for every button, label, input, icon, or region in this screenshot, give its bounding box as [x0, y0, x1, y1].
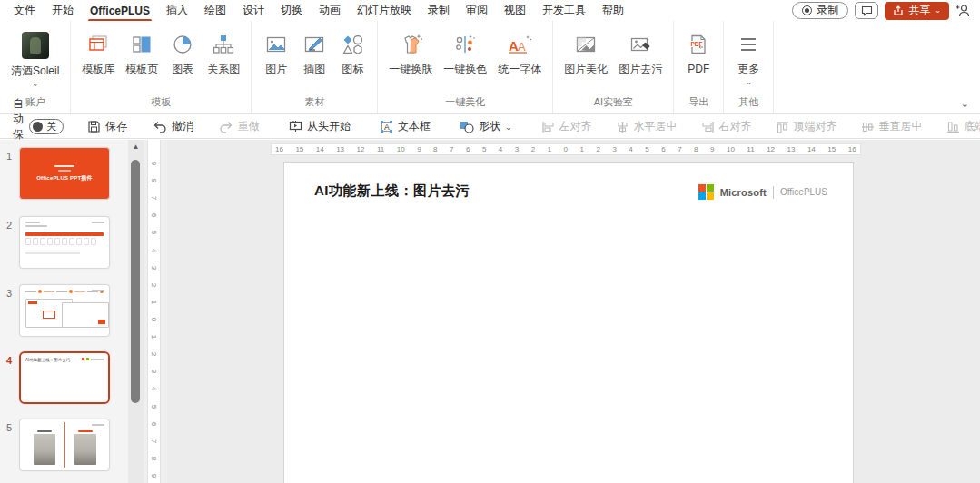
- ruler-tick-label: 4: [629, 146, 632, 153]
- slide-row-2: 2: [0, 216, 128, 284]
- icons-icon: [340, 32, 365, 57]
- menu-animations[interactable]: 动画: [311, 0, 349, 22]
- thumb-title: OfficePLUS PPT插件: [36, 174, 93, 182]
- thumbnail-scrollbar[interactable]: ▲: [128, 140, 144, 483]
- scroll-up-icon[interactable]: ▲: [128, 143, 144, 151]
- ruler-tick-label: 8: [433, 146, 437, 153]
- menu-slideshow[interactable]: 幻灯片放映: [349, 0, 420, 22]
- align-bottom-button[interactable]: 底端对齐: [939, 116, 980, 137]
- slide-thumbnail-3[interactable]: [19, 284, 110, 337]
- align-left-button[interactable]: 左对齐: [534, 116, 599, 137]
- ruler-tick-label: 0: [150, 318, 157, 321]
- brand-divider: [773, 186, 774, 199]
- illustration-icon: [302, 32, 327, 57]
- comments-button[interactable]: [855, 2, 878, 19]
- vertical-ruler-area: 9876543210123456789: [144, 140, 167, 483]
- align-bottom-icon: [946, 121, 960, 133]
- slide-title[interactable]: AI功能新上线：图片去污: [314, 182, 470, 200]
- ruler-tick-label: 11: [747, 146, 754, 153]
- ruler-tick-label: 6: [661, 146, 665, 153]
- ruler-tick-label: 3: [612, 146, 616, 153]
- textbox-button[interactable]: A 文本框: [372, 116, 438, 137]
- slide-canvas[interactable]: AI功能新上线：图片去污 Microsoft OfficePLUS: [283, 162, 854, 483]
- slide-number: 5: [6, 422, 12, 433]
- menu-transitions[interactable]: 切换: [272, 0, 311, 22]
- redo-button[interactable]: 重做: [212, 116, 267, 137]
- record-button[interactable]: 录制: [792, 2, 848, 19]
- one-click-recolor-button[interactable]: 一键换色: [438, 28, 492, 78]
- person-icon[interactable]: [955, 4, 971, 17]
- ruler-tick-label: 6: [150, 421, 157, 425]
- slide-thumbnail-2[interactable]: [19, 216, 110, 269]
- image-beautify-button[interactable]: 图片美化: [559, 28, 613, 78]
- pdf-export-label: PDF: [688, 64, 709, 74]
- align-middle-v-label: 垂直居中: [879, 119, 923, 134]
- pdf-export-button[interactable]: PDF PDF: [679, 28, 718, 78]
- menu-review[interactable]: 审阅: [458, 0, 496, 22]
- ribbon-group-templates: 模板库 模板页 图表: [71, 21, 252, 113]
- align-middle-v-button[interactable]: 垂直居中: [854, 116, 930, 137]
- menu-home[interactable]: 开始: [44, 0, 82, 22]
- slide-thumbnail-1[interactable]: OfficePLUS PPT插件: [19, 147, 110, 200]
- undo-button[interactable]: 撤消: [145, 116, 201, 137]
- horizontal-ruler: 1615141312111098765432101234567891011121…: [271, 143, 861, 155]
- scrollbar-thumb[interactable]: [131, 160, 140, 403]
- menu-view[interactable]: 视图: [496, 0, 534, 22]
- collapse-ribbon-icon[interactable]: ⌄: [961, 98, 969, 110]
- picture-button[interactable]: 图片: [257, 28, 295, 78]
- menu-draw[interactable]: 绘图: [196, 0, 234, 22]
- menu-design[interactable]: 设计: [234, 0, 272, 22]
- thumb-logo-bar: [54, 165, 74, 167]
- share-chevron-icon: ⌄: [935, 6, 941, 15]
- menu-help[interactable]: 帮助: [594, 0, 632, 22]
- brand-logo: Microsoft OfficePLUS: [698, 184, 827, 200]
- shapes-button[interactable]: 形状 ⌄: [452, 116, 520, 137]
- template-page-button[interactable]: 模板页: [120, 28, 163, 78]
- ruler-tick-label: 8: [150, 457, 157, 460]
- save-label: 保存: [105, 119, 127, 134]
- share-button[interactable]: 共享 ⌄: [885, 2, 949, 20]
- chevron-down-icon: ⌄: [746, 79, 753, 84]
- slide-thumbnail-5[interactable]: [19, 419, 110, 471]
- more-button[interactable]: 更多 ⌄: [729, 28, 767, 88]
- align-top-button[interactable]: 顶端对齐: [768, 116, 845, 137]
- menu-insert[interactable]: 插入: [158, 0, 196, 22]
- account-button[interactable]: 清酒Soleil ⌄: [5, 28, 64, 90]
- save-button[interactable]: 保存: [80, 116, 134, 137]
- unify-font-button[interactable]: A A 统一字体: [492, 28, 547, 78]
- menu-record[interactable]: 录制: [420, 0, 458, 22]
- align-center-h-button[interactable]: 水平居中: [609, 116, 685, 137]
- chart-button[interactable]: 图表: [163, 28, 202, 78]
- icons-button[interactable]: 图标: [333, 28, 371, 78]
- start-from-beginning-button[interactable]: 从头开始: [282, 116, 358, 137]
- relation-diagram-button[interactable]: 关系图: [202, 28, 245, 78]
- image-stain-removal-icon: [628, 32, 653, 57]
- align-right-button[interactable]: 右对齐: [694, 116, 759, 137]
- ruler-tick-label: 7: [678, 146, 681, 153]
- menu-officeplus[interactable]: OfficePLUS: [82, 1, 158, 21]
- textbox-label: 文本框: [398, 119, 431, 134]
- slide-row-1: 1 OfficePLUS PPT插件: [0, 147, 128, 216]
- one-click-skin-button[interactable]: 一键换肤: [383, 28, 438, 78]
- editing-canvas: 1615141312111098765432101234567891011121…: [167, 140, 980, 483]
- slide-row-5: 5: [0, 419, 128, 483]
- group-label-beautify: 一键美化: [383, 93, 547, 113]
- template-library-button[interactable]: 模板库: [76, 28, 120, 78]
- group-label-other: 其他: [729, 93, 767, 113]
- microsoft-wordmark: Microsoft: [720, 187, 767, 198]
- autosave-switch[interactable]: 关: [29, 119, 64, 134]
- slide-number: 1: [6, 151, 12, 162]
- ruler-tick-label: 1: [150, 335, 157, 339]
- image-stain-removal-button[interactable]: 图片去污: [613, 28, 668, 78]
- illustration-button[interactable]: 插图: [295, 28, 333, 78]
- redo-label: 重做: [238, 119, 260, 134]
- thumb-mini-logo: [92, 424, 104, 426]
- slide-thumbnail-4-selected[interactable]: AI功能新上线：图片去污: [19, 351, 110, 404]
- more-icon: [736, 32, 761, 57]
- slide-number-active: 4: [6, 355, 12, 366]
- template-library-icon: [85, 32, 111, 57]
- chart-label: 图表: [172, 64, 193, 74]
- menu-file[interactable]: 文件: [5, 0, 44, 22]
- menu-developer[interactable]: 开发工具: [534, 0, 594, 22]
- share-icon: [893, 5, 904, 16]
